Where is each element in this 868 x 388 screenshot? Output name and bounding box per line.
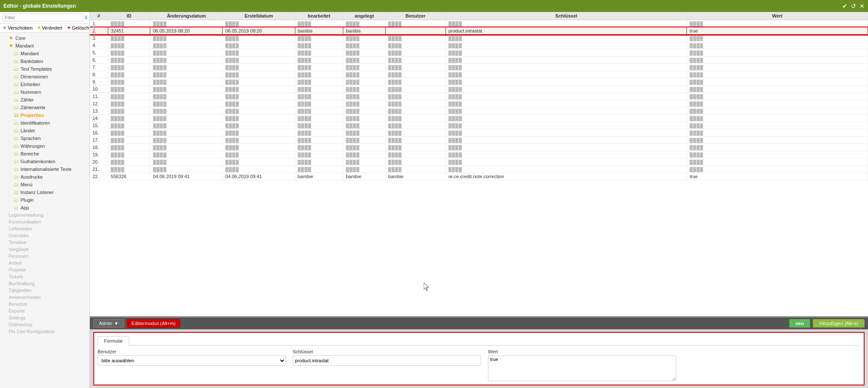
sidebar-item-lagerverwaltung[interactable]: Lagerverwaltung — [0, 212, 89, 218]
sidebar-item-kommunikation[interactable]: Kommunikation — [0, 218, 89, 225]
table-row[interactable]: 16. ████ ████ ████ ████ ████ ████ ████ █… — [90, 129, 868, 137]
sidebar-item-cronjobs[interactable]: CronJobs — [0, 232, 89, 239]
form-fields: Benutzer bitte auswählen Schlüssel Wert — [98, 349, 860, 381]
sidebar-item-vorgaenge[interactable]: Vorgänge — [0, 246, 89, 253]
title-actions: ✔ ↺ ✕ — [842, 3, 865, 9]
sidebar-item-waehrungen[interactable]: 🗂Währungen — [0, 142, 89, 150]
undo-icon[interactable]: ↺ — [851, 3, 856, 9]
sidebar-item-zaehlerwerte[interactable]: 🗂Zählerwerte — [0, 104, 89, 111]
filter-bar: ℹ — [0, 12, 89, 24]
sidebar-item-dimensionen[interactable]: 🗂Dimensionen — [0, 73, 89, 81]
sidebar-item-buchhaltung[interactable]: Buchhaltung — [0, 280, 89, 287]
sidebar: ℹ ✦ Verschoben ✦ Verändert ✦ Gelöscht ▼C… — [0, 12, 90, 388]
sidebar-item-phi-cert[interactable]: Phi Cert Konfiguration — [0, 328, 89, 335]
table-row[interactable]: 18. ████ ████ ████ ████ ████ ████ ████ █… — [90, 144, 868, 151]
form-group-schluessel: Schlüssel — [293, 349, 481, 366]
sidebar-item-core[interactable]: ▼Core — [0, 34, 89, 42]
table-row[interactable]: 3. ████ ████ ████ ████ ████ ████ ████ ██… — [90, 35, 868, 42]
admin-button[interactable]: Admin ▼ — [93, 319, 124, 328]
sidebar-item-personen[interactable]: Personen — [0, 253, 89, 260]
table-row[interactable]: 6. ████ ████ ████ ████ ████ ████ ████ ██… — [90, 57, 868, 64]
sidebar-item-exporte[interactable]: Exporte — [0, 307, 89, 314]
main-layout: ℹ ✦ Verschoben ✦ Verändert ✦ Gelöscht ▼C… — [0, 12, 868, 388]
sidebar-item-artikel[interactable]: Artikel — [0, 260, 89, 266]
sidebar-item-instanz-listener[interactable]: 🗂Instanz Listener — [0, 188, 89, 196]
table-row[interactable]: 9. ████ ████ ████ ████ ████ ████ ████ ██… — [90, 78, 868, 86]
sidebar-item-menue[interactable]: 🗂Menü — [0, 181, 89, 188]
bottom-toolbar: Admin ▼ Editiermodus (Alt+m) neu Hinzufü… — [90, 317, 868, 329]
sidebar-item-projekte[interactable]: Projekte — [0, 266, 89, 273]
sidebar-item-ausdrucke[interactable]: 🗂Ausdrucke — [0, 173, 89, 181]
sidebar-item-bankdaten[interactable]: 🗂Bankdaten — [0, 57, 89, 65]
table-row[interactable]: 2. 32451 06.05.2019 08:20 06.05.2019 08:… — [90, 27, 868, 35]
sidebar-item-app[interactable]: 🗂App — [0, 204, 89, 212]
sidebar-item-mandant-group[interactable]: ▼Mandant — [0, 42, 89, 50]
col-header-benutzer: Benutzer — [385, 12, 446, 20]
nav-tree: ▼Core▼Mandant🗂Mandant🗂Bankdaten🗂Text Tem… — [0, 33, 89, 388]
table-row[interactable]: 12. ████ ████ ████ ████ ████ ████ ████ █… — [90, 100, 868, 107]
sidebar-item-internationalisierte-texte[interactable]: 🗂Internationalisierte Texte — [0, 165, 89, 173]
sidebar-item-einheiten[interactable]: 🗂Einheiten — [0, 81, 89, 88]
table-row[interactable]: 13. ████ ████ ████ ████ ████ ████ ████ █… — [90, 107, 868, 115]
table-row[interactable]: 19. ████ ████ ████ ████ ████ ████ ████ █… — [90, 151, 868, 158]
hinzufuegen-button[interactable]: Hinzufügen (Alt+s) — [813, 319, 865, 328]
table-row[interactable]: 10. ████ ████ ████ ████ ████ ████ ████ █… — [90, 86, 868, 93]
sidebar-item-settings[interactable]: Settings — [0, 314, 89, 321]
table-row[interactable]: 21. ████ ████ ████ ████ ████ ████ ████ █… — [90, 166, 868, 173]
table-area[interactable]: # ID Änderungsdatum Erstelldatum bearbei… — [90, 12, 868, 317]
benutzer-select[interactable]: bitte auswählen — [98, 355, 286, 366]
sidebar-item-guthabenkonten[interactable]: 🗂Guthabenkonten — [0, 158, 89, 165]
sidebar-item-mandant[interactable]: 🗂Mandant — [0, 50, 89, 57]
sidebar-item-benutzer[interactable]: Benutzer — [0, 301, 89, 307]
table-row[interactable]: 1. ████ ████ ████ ████ ████ ████ ████ ██… — [90, 20, 868, 27]
sidebar-item-onlineshop[interactable]: Onlineshop — [0, 321, 89, 328]
sidebar-item-properties[interactable]: 🗂Properties — [0, 111, 89, 119]
table-row[interactable]: 8. ████ ████ ████ ████ ████ ████ ████ ██… — [90, 71, 868, 78]
table-row[interactable]: 20. ████ ████ ████ ████ ████ ████ ████ █… — [90, 158, 868, 166]
sidebar-item-plugin[interactable]: 🗂Plugin — [0, 196, 89, 204]
legend-changed: ✦ Verändert — [37, 25, 62, 31]
table-row[interactable]: 22. 556326 04.06.2019 09:41 04.06.2019 0… — [90, 173, 868, 180]
table-row[interactable]: 17. ████ ████ ████ ████ ████ ████ ████ █… — [90, 137, 868, 144]
sidebar-item-anwesenheiten[interactable]: Anwesenheiten — [0, 294, 89, 301]
schluessel-input[interactable] — [293, 355, 481, 366]
filter-input[interactable] — [3, 14, 83, 21]
sidebar-item-sprachen[interactable]: 🗂Sprachen — [0, 134, 89, 142]
table-row[interactable]: 5. ████ ████ ████ ████ ████ ████ ████ ██… — [90, 49, 868, 57]
sidebar-item-bereiche[interactable]: 🗂Bereiche — [0, 150, 89, 158]
form-group-wert: Wert — [488, 349, 860, 381]
col-header-schluessel: Schlüssel — [446, 12, 687, 20]
tab-formular[interactable]: Formular — [98, 336, 129, 346]
legend: ✦ Verschoben ✦ Verändert ✦ Gelöscht — [0, 24, 89, 33]
sidebar-item-zaehler[interactable]: 🗂Zähler — [0, 96, 89, 104]
info-icon[interactable]: ℹ — [85, 15, 87, 21]
sidebar-item-text-templates[interactable]: 🗂Text Templates — [0, 65, 89, 73]
sidebar-item-taetigkeiten[interactable]: Tätigkeiten — [0, 287, 89, 294]
sidebar-item-tickets[interactable]: Tickets — [0, 273, 89, 280]
sidebar-item-nummern[interactable]: 🗂Nummern — [0, 88, 89, 96]
sidebar-item-identifikatoren[interactable]: 🗂Identifikatoren — [0, 119, 89, 127]
sidebar-item-laender[interactable]: 🗂Länder — [0, 127, 89, 134]
wert-textarea[interactable] — [488, 355, 676, 381]
table-row[interactable]: 4. ████ ████ ████ ████ ████ ████ ████ ██… — [90, 42, 868, 49]
editmode-button[interactable]: Editiermodus (Alt+m) — [127, 319, 180, 328]
form-panel: Formular Benutzer bitte auswählen Schlüs… — [93, 332, 865, 385]
save-icon[interactable]: ✔ — [842, 3, 847, 9]
sidebar-item-lieferanten[interactable]: Lieferanten — [0, 225, 89, 232]
legend-moved: ✦ Verschoben — [3, 25, 33, 31]
col-header-wert: Wert — [687, 12, 868, 20]
sidebar-item-timeline[interactable]: Timeline — [0, 239, 89, 246]
table-row[interactable]: 15. ████ ████ ████ ████ ████ ████ ████ █… — [90, 122, 868, 129]
table-row[interactable]: 14. ████ ████ ████ ████ ████ ████ ████ █… — [90, 115, 868, 122]
legend-deleted: ✦ Gelöscht — [67, 25, 90, 31]
app-title: Editor - globale Einstellungen — [3, 3, 76, 9]
form-tabs: Formular — [98, 336, 860, 346]
data-table: # ID Änderungsdatum Erstelldatum bearbei… — [90, 12, 868, 180]
close-icon[interactable]: ✕ — [859, 3, 865, 9]
col-header-angelegt: angelegt — [343, 12, 386, 20]
col-header-bearbeitet: bearbeitet — [295, 12, 343, 20]
table-row[interactable]: 7. ████ ████ ████ ████ ████ ████ ████ ██… — [90, 64, 868, 71]
neu-button[interactable]: neu — [789, 319, 811, 328]
bottom-panel: Admin ▼ Editiermodus (Alt+m) neu Hinzufü… — [90, 317, 868, 388]
table-row[interactable]: 11. ████ ████ ████ ████ ████ ████ ████ █… — [90, 93, 868, 100]
